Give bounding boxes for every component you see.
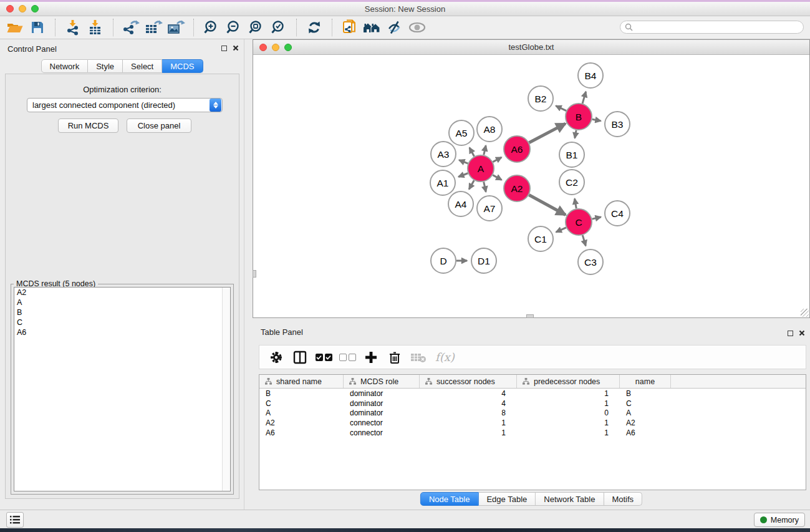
mcds-result-list[interactable]: A2ABCA6 — [14, 287, 231, 491]
close-panel-button[interactable]: Close panel — [127, 118, 191, 133]
float-table-panel-icon[interactable] — [788, 331, 793, 336]
graph-edge-A-A1[interactable] — [458, 173, 468, 177]
table-cell[interactable]: dominator — [344, 409, 420, 417]
table-cell[interactable]: 1 — [420, 428, 517, 437]
graph-edge-C-C3[interactable] — [582, 235, 586, 246]
graph-edge-A6-B[interactable] — [529, 123, 565, 143]
table-cell[interactable]: A — [620, 409, 671, 417]
tab-motifs[interactable]: Motifs — [604, 492, 642, 506]
table-cell[interactable]: connector — [344, 418, 420, 427]
graph-edge-A-A4[interactable] — [469, 180, 474, 189]
search-field[interactable] — [620, 21, 804, 34]
import-table-icon[interactable] — [84, 18, 107, 37]
canvas-scroll-grip-horizontal[interactable] — [526, 314, 534, 318]
table-cell[interactable]: 1 — [517, 399, 620, 408]
graph-edge-A2-C[interactable] — [529, 195, 566, 215]
graph-edge-A-A2[interactable] — [493, 175, 501, 180]
refresh-icon[interactable] — [303, 18, 325, 37]
graph-edge-B-B4[interactable] — [582, 92, 586, 104]
graph-node-A6[interactable]: A6 — [504, 136, 530, 162]
result-list-item[interactable]: A — [14, 297, 230, 307]
table-cell[interactable]: dominator — [344, 389, 420, 398]
table-cell[interactable]: dominator — [344, 399, 420, 408]
table-cell[interactable]: 1 — [517, 389, 620, 398]
table-cell[interactable]: 4 — [420, 399, 517, 408]
graph-node-A8[interactable]: A8 — [477, 117, 502, 142]
table-cell[interactable]: 4 — [420, 389, 517, 398]
graph-node-D[interactable]: D — [431, 248, 456, 273]
column-header-MCDS-role[interactable]: MCDS role — [344, 375, 420, 388]
graph-edge-A-A3[interactable] — [459, 160, 468, 163]
show-column-panel-icon[interactable] — [289, 347, 311, 367]
graph-node-C2[interactable]: C2 — [559, 170, 584, 195]
table-cell[interactable]: 8 — [420, 409, 517, 417]
graph-node-C[interactable]: C — [566, 209, 592, 235]
graph-edge-B-B1[interactable] — [575, 130, 576, 138]
show-graphics-details-icon[interactable] — [383, 18, 406, 37]
zoom-out-icon[interactable] — [223, 18, 245, 37]
table-cell[interactable]: A2 — [259, 418, 344, 427]
graph-node-C3[interactable]: C3 — [578, 249, 603, 274]
tab-select[interactable]: Select — [123, 59, 162, 73]
graph-node-A5[interactable]: A5 — [449, 120, 474, 145]
graph-node-A7[interactable]: A7 — [477, 196, 502, 221]
save-session-icon[interactable] — [26, 18, 49, 37]
column-header-name[interactable]: name — [620, 375, 671, 388]
graph-node-A1[interactable]: A1 — [430, 170, 455, 195]
table-cell[interactable]: C — [620, 399, 671, 408]
result-list-item[interactable]: B — [14, 307, 230, 317]
graph-edge-A-A6[interactable] — [493, 157, 501, 162]
open-file-icon[interactable] — [4, 18, 26, 37]
table-cell[interactable]: connector — [344, 428, 420, 437]
column-header-shared-name[interactable]: shared name — [259, 375, 344, 388]
show-welcome-screen-icon[interactable] — [361, 18, 383, 37]
result-list-item[interactable]: C — [14, 317, 230, 327]
zoom-fit-icon[interactable] — [245, 18, 268, 37]
result-list-item[interactable]: A6 — [14, 327, 230, 337]
table-cell[interactable]: 1 — [517, 418, 620, 427]
table-cell[interactable]: B — [259, 389, 344, 398]
tab-node-table[interactable]: Node Table — [420, 492, 479, 506]
table-cell[interactable]: B — [620, 389, 671, 398]
close-panel-icon[interactable] — [233, 45, 239, 51]
table-cell[interactable]: 0 — [517, 409, 620, 417]
tab-edge-table[interactable]: Edge Table — [478, 492, 536, 506]
column-header-successor-nodes[interactable]: successor nodes — [420, 375, 517, 388]
export-network-icon[interactable] — [120, 18, 142, 37]
task-history-button[interactable] — [6, 512, 24, 528]
graph-node-B3[interactable]: B3 — [605, 112, 630, 137]
network-window-title-bar[interactable]: testGlobe.txt — [253, 40, 809, 55]
delete-column-icon[interactable] — [384, 347, 405, 367]
new-network-from-selection-icon[interactable] — [339, 18, 361, 37]
column-header-predecessor-nodes[interactable]: predecessor nodes — [517, 375, 620, 388]
table-cell[interactable]: C — [259, 399, 344, 408]
search-input[interactable] — [636, 23, 795, 32]
select-all-columns-icon[interactable] — [313, 347, 334, 367]
float-panel-icon[interactable] — [221, 46, 227, 51]
graph-edge-C-C1[interactable] — [556, 228, 566, 232]
zoom-selected-icon[interactable] — [268, 18, 290, 37]
table-row[interactable]: A6connector11A6 — [259, 428, 806, 438]
birds-eye-view-icon[interactable] — [406, 18, 428, 37]
graph-edge-B-B3[interactable] — [592, 119, 601, 121]
memory-button[interactable]: Memory — [754, 513, 805, 527]
canvas-scroll-grip-vertical[interactable] — [253, 270, 256, 278]
graph-edge-A-A5[interactable] — [470, 148, 475, 157]
table-cell[interactable]: A2 — [620, 418, 671, 427]
tab-network[interactable]: Network — [41, 59, 88, 73]
graph-node-A2[interactable]: A2 — [504, 175, 530, 201]
graph-node-A3[interactable]: A3 — [431, 142, 456, 167]
graph-node-C1[interactable]: C1 — [528, 226, 553, 251]
result-list-scrollbar[interactable] — [222, 288, 230, 491]
table-cell[interactable]: 1 — [420, 418, 517, 427]
graph-node-A[interactable]: A — [468, 155, 494, 181]
graph-node-B[interactable]: B — [566, 104, 592, 130]
table-settings-icon[interactable] — [266, 347, 287, 367]
table-row[interactable]: Bdominator41B — [259, 389, 806, 399]
tab-style[interactable]: Style — [88, 59, 123, 73]
export-image-icon[interactable] — [165, 18, 187, 37]
unselect-all-columns-icon[interactable] — [337, 347, 358, 367]
table-cell[interactable]: A6 — [259, 428, 344, 437]
create-column-icon[interactable] — [360, 347, 382, 367]
table-cell[interactable]: A6 — [620, 428, 671, 437]
